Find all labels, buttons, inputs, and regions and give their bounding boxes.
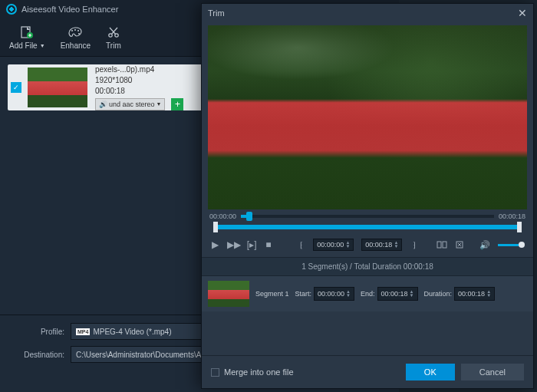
- dropdown-arrow-icon: ▼: [156, 100, 162, 108]
- range-track[interactable]: [216, 225, 519, 229]
- segment-duration-input[interactable]: 00:00:18 ▲▼: [454, 287, 495, 301]
- video-format-icon: MP4: [76, 328, 90, 335]
- set-start-button[interactable]: ⁅: [298, 241, 306, 249]
- file-checkbox[interactable]: ✓: [11, 82, 21, 93]
- cancel-button[interactable]: Cancel: [461, 364, 524, 380]
- segment-row[interactable]: Segment 1 Start: 00:00:00 ▲▼ End: 00:00:…: [202, 276, 533, 311]
- volume-slider[interactable]: [498, 244, 524, 246]
- trim-range: [202, 223, 533, 232]
- add-file-button[interactable]: Add File▼: [9, 25, 45, 50]
- timeline-handle[interactable]: [246, 212, 252, 221]
- enhance-label: Enhance: [61, 41, 91, 50]
- range-end-handle[interactable]: [517, 222, 522, 232]
- svg-point-2: [71, 30, 73, 31]
- playback-timeline: 00:00:00 00:00:18: [202, 209, 533, 223]
- fast-forward-button[interactable]: ▶▶: [227, 239, 239, 250]
- start-time-input[interactable]: 00:00:00 ▲▼: [313, 239, 354, 251]
- scissors-icon: [107, 25, 120, 40]
- trim-titlebar: Trim ✕: [202, 4, 533, 22]
- segment-end-input[interactable]: 00:00:18 ▲▼: [377, 287, 418, 301]
- volume-icon[interactable]: 🔊: [479, 240, 490, 250]
- next-frame-button[interactable]: [▸]: [247, 239, 257, 250]
- spinner-icon[interactable]: ▲▼: [486, 290, 491, 298]
- play-button[interactable]: ▶: [211, 239, 219, 250]
- add-track-button[interactable]: +: [171, 98, 183, 110]
- enhance-button[interactable]: Enhance: [61, 25, 91, 50]
- playback-controls: ▶ ▶▶ [▸] ■ ⁅ 00:00:00 ▲▼ 00:00:18 ▲▼ ⁆ 🔊: [202, 232, 533, 257]
- svg-rect-9: [443, 242, 446, 248]
- app-title: Aiseesoft Video Enhancer: [21, 5, 118, 14]
- destination-label: Destination:: [11, 351, 64, 359]
- segment-end-label: End:: [361, 290, 375, 298]
- svg-point-5: [78, 33, 80, 35]
- audio-track-select[interactable]: 🔊 und aac stereo ▼: [95, 98, 165, 111]
- segments-header: 1 Segment(s) / Total Duration 00:00:18: [202, 257, 533, 276]
- preview-image: [208, 25, 527, 209]
- trim-footer: Merge into one file OK Cancel: [202, 355, 533, 388]
- ok-button[interactable]: OK: [406, 364, 455, 380]
- segment-start-label: Start:: [295, 290, 312, 298]
- trim-title: Trim: [208, 8, 225, 18]
- spinner-icon[interactable]: ▲▼: [346, 290, 351, 298]
- speaker-icon: 🔊: [99, 100, 107, 110]
- svg-point-4: [77, 30, 79, 31]
- video-preview[interactable]: [208, 25, 527, 209]
- merge-label: Merge into one file: [224, 367, 294, 377]
- add-file-icon: [20, 25, 34, 40]
- set-end-button[interactable]: ⁆: [410, 241, 418, 249]
- trim-label: Trim: [106, 41, 121, 50]
- end-time-input[interactable]: 00:00:18 ▲▼: [361, 239, 402, 251]
- file-thumbnail: [28, 68, 87, 107]
- segment-start-input[interactable]: 00:00:00 ▲▼: [314, 287, 354, 301]
- svg-rect-8: [437, 242, 441, 248]
- range-start-handle[interactable]: [213, 222, 218, 232]
- time-total: 00:00:18: [499, 212, 525, 220]
- dropdown-arrow-icon: ▼: [40, 43, 45, 48]
- stop-button[interactable]: ■: [265, 239, 273, 250]
- spinner-icon[interactable]: ▲▼: [394, 241, 398, 249]
- close-button[interactable]: ✕: [518, 7, 527, 19]
- palette-icon: [68, 25, 83, 40]
- add-file-label: Add File: [9, 41, 38, 50]
- timeline-track[interactable]: [241, 215, 494, 218]
- volume-thumb[interactable]: [519, 242, 525, 248]
- segment-thumbnail: [208, 281, 249, 307]
- time-current: 00:00:00: [209, 212, 236, 220]
- spinner-icon[interactable]: ▲▼: [345, 241, 350, 249]
- trim-button[interactable]: Trim: [106, 25, 121, 50]
- profile-label: Profile:: [11, 328, 64, 336]
- app-logo-icon: [6, 4, 17, 15]
- spinner-icon[interactable]: ▲▼: [410, 290, 414, 298]
- delete-segment-button[interactable]: [455, 240, 464, 249]
- trim-dialog: Trim ✕ 00:00:00 00:00:18 ▶ ▶▶ [▸] ■ ⁅ 00…: [201, 3, 534, 389]
- svg-point-3: [74, 29, 76, 31]
- segment-name: Segment 1: [255, 290, 289, 298]
- segment-duration-label: Duration:: [424, 290, 453, 298]
- merge-checkbox[interactable]: [211, 368, 219, 377]
- split-button[interactable]: [437, 240, 447, 249]
